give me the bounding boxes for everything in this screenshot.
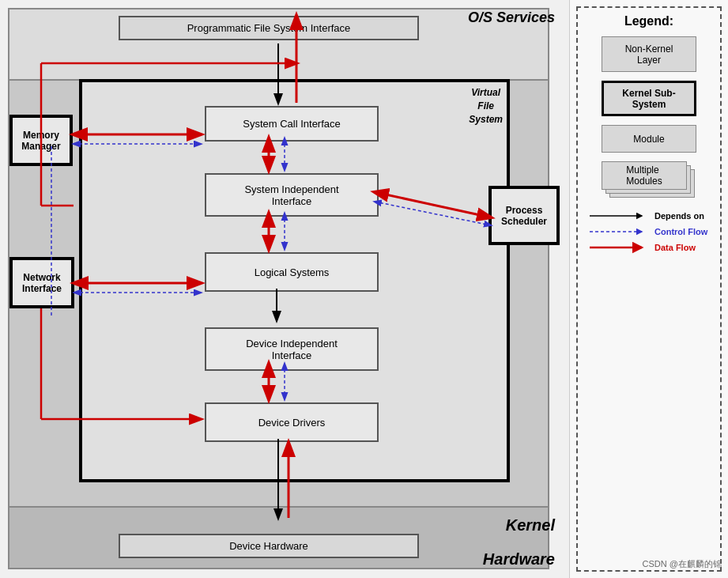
kernel-label: Kernel bbox=[506, 516, 555, 535]
sii-box: System IndependentInterface bbox=[205, 173, 379, 217]
legend-kernel-sub: Kernel Sub-System bbox=[584, 81, 714, 119]
legend-module-box: Module bbox=[602, 125, 696, 153]
logical-systems-box: Logical Systems bbox=[205, 252, 379, 292]
vfs-label: VirtualFileSystem bbox=[469, 86, 503, 126]
watermark: CSDN @在麒麟的锦 bbox=[643, 558, 722, 570]
diagram-area: O/S Services Kernel Hardware Programmati… bbox=[0, 0, 569, 578]
data-flow-label: Data Flow bbox=[654, 243, 696, 252]
network-interface-box: NetworkInterface bbox=[9, 257, 74, 308]
legend-multiple-label: MultipleModules bbox=[602, 161, 687, 190]
prog-fs-box: Programmatic File System Interface bbox=[119, 16, 419, 40]
control-flow-label: Control Flow bbox=[654, 227, 707, 236]
legend-depends-on: Depends on bbox=[588, 210, 714, 222]
os-services-label: O/S Services bbox=[468, 9, 555, 26]
device-drivers-box: Device Drivers bbox=[205, 402, 379, 442]
legend-title: Legend: bbox=[584, 14, 714, 28]
process-scheduler-box: ProcessScheduler bbox=[488, 186, 560, 245]
legend-multiple-modules: MultipleModules bbox=[584, 161, 714, 203]
legend-non-kernel: Non-KernelLayer bbox=[584, 36, 714, 74]
legend-non-kernel-box: Non-KernelLayer bbox=[602, 36, 696, 72]
syscall-box: System Call Interface bbox=[205, 106, 379, 142]
legend-data-flow: Data Flow bbox=[588, 241, 714, 254]
dii-box: Device IndependentInterface bbox=[205, 327, 379, 371]
legend-panel: Legend: Non-KernelLayer Kernel Sub-Syste… bbox=[569, 0, 728, 578]
hardware-label: Hardware bbox=[483, 550, 555, 569]
legend-module: Module bbox=[584, 125, 714, 155]
legend-control-flow: Control Flow bbox=[588, 225, 714, 238]
device-hardware-box: Device Hardware bbox=[119, 534, 419, 558]
legend-kernel-sub-box: Kernel Sub-System bbox=[602, 81, 696, 116]
depends-on-label: Depends on bbox=[654, 211, 704, 221]
memory-manager-box: MemoryManager bbox=[9, 115, 73, 166]
kernel-outer-box: VirtualFileSystem System Call Interface … bbox=[79, 79, 510, 482]
